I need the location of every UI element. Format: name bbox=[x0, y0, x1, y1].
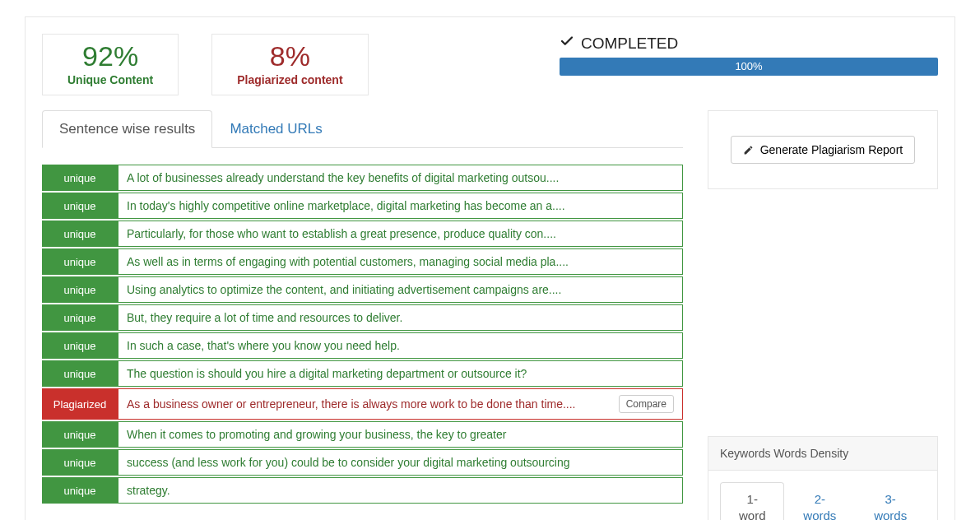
keyword-density-title: Keywords Words Density bbox=[708, 437, 937, 471]
result-row: PlagiarizedAs a business owner or entrep… bbox=[42, 388, 683, 420]
result-row: uniqueIn such a case, that's where you k… bbox=[42, 332, 683, 359]
sentence-text: success (and less work for you) could be… bbox=[127, 456, 569, 469]
compare-button[interactable]: Compare bbox=[619, 395, 674, 413]
sentence-cell: strategy. bbox=[118, 477, 683, 504]
unique-badge: unique bbox=[42, 304, 118, 331]
unique-badge: unique bbox=[42, 421, 118, 448]
sentence-text: strategy. bbox=[127, 484, 170, 497]
density-tab-2words[interactable]: 2-words bbox=[784, 482, 855, 520]
report-card: Generate Plagiarism Report bbox=[708, 110, 938, 189]
generate-report-button[interactable]: Generate Plagiarism Report bbox=[731, 136, 915, 164]
progress-bar: 100% bbox=[560, 58, 938, 76]
unique-stat-box: 92% Unique Content bbox=[42, 34, 179, 95]
unique-badge: unique bbox=[42, 449, 118, 476]
unique-badge: unique bbox=[42, 221, 118, 247]
sentence-cell: A lot of businesses already understand t… bbox=[118, 165, 683, 191]
results-tabs: Sentence wise results Matched URLs bbox=[42, 110, 683, 148]
unique-badge: unique bbox=[42, 360, 118, 387]
unique-badge: unique bbox=[42, 332, 118, 359]
plagiarized-stat-box: 8% Plagiarized content bbox=[211, 34, 368, 95]
result-row: uniqueIn today's highly competitive onli… bbox=[42, 193, 683, 219]
sentence-text: A lot of businesses already understand t… bbox=[127, 171, 559, 184]
tab-sentence-results[interactable]: Sentence wise results bbox=[42, 110, 212, 148]
check-icon bbox=[560, 34, 574, 53]
unique-percent: 92% bbox=[67, 41, 153, 72]
sentence-text: Particularly, for those who want to esta… bbox=[127, 227, 556, 240]
sentence-text: In today's highly competitive online mar… bbox=[127, 199, 565, 212]
keyword-density-card: Keywords Words Density 1-word 2-words 3-… bbox=[708, 436, 938, 520]
unique-badge: unique bbox=[42, 477, 118, 504]
plagiarism-panel: 92% Unique Content 8% Plagiarized conten… bbox=[25, 16, 955, 520]
results-column: Sentence wise results Matched URLs uniqu… bbox=[42, 110, 683, 504]
results-list: uniqueA lot of businesses already unders… bbox=[42, 165, 683, 504]
unique-badge: unique bbox=[42, 276, 118, 303]
result-row: uniqueBut, they require a lot of time an… bbox=[42, 304, 683, 331]
sentence-text: In such a case, that's where you know yo… bbox=[127, 339, 400, 352]
sentence-cell: In such a case, that's where you know yo… bbox=[118, 332, 683, 359]
sidebar-column: Generate Plagiarism Report Keywords Word… bbox=[708, 110, 938, 520]
density-tab-3words[interactable]: 3-words bbox=[855, 482, 926, 520]
sentence-cell: Using analytics to optimize the content,… bbox=[118, 276, 683, 303]
sentence-cell: success (and less work for you) could be… bbox=[118, 449, 683, 476]
sentence-cell: When it comes to promoting and growing y… bbox=[118, 421, 683, 448]
result-row: uniqueWhen it comes to promoting and gro… bbox=[42, 421, 683, 448]
tab-matched-urls[interactable]: Matched URLs bbox=[212, 110, 339, 147]
result-row: uniqueThe question is should you hire a … bbox=[42, 360, 683, 387]
generate-report-label: Generate Plagiarism Report bbox=[760, 143, 903, 156]
sentence-cell: But, they require a lot of time and reso… bbox=[118, 304, 683, 331]
sentence-text: Using analytics to optimize the content,… bbox=[127, 283, 561, 296]
summary-row: 92% Unique Content 8% Plagiarized conten… bbox=[42, 34, 938, 95]
sentence-text: As well as in terms of engaging with pot… bbox=[127, 255, 569, 268]
plagiarized-label: Plagiarized content bbox=[237, 73, 342, 86]
unique-badge: unique bbox=[42, 165, 118, 191]
plagiarized-badge: Plagiarized bbox=[42, 388, 118, 420]
plagiarized-percent: 8% bbox=[237, 41, 342, 72]
result-row: uniqueA lot of businesses already unders… bbox=[42, 165, 683, 191]
result-row: uniqueUsing analytics to optimize the co… bbox=[42, 276, 683, 303]
result-row: uniquesuccess (and less work for you) co… bbox=[42, 449, 683, 476]
unique-badge: unique bbox=[42, 193, 118, 219]
density-tab-1word[interactable]: 1-word bbox=[720, 482, 784, 520]
sentence-cell: In today's highly competitive online mar… bbox=[118, 193, 683, 219]
result-row: uniqueAs well as in terms of engaging wi… bbox=[42, 248, 683, 275]
result-row: uniqueParticularly, for those who want t… bbox=[42, 221, 683, 247]
sentence-text: But, they require a lot of time and reso… bbox=[127, 311, 402, 324]
sentence-text: The question is should you hire a digita… bbox=[127, 367, 527, 380]
sentence-cell: Particularly, for those who want to esta… bbox=[118, 221, 683, 247]
sentence-cell: As a business owner or entrepreneur, the… bbox=[118, 388, 683, 420]
status-column: COMPLETED 100% bbox=[560, 34, 938, 76]
unique-badge: unique bbox=[42, 248, 118, 275]
result-row: uniquestrategy. bbox=[42, 477, 683, 504]
density-tabs: 1-word 2-words 3-words bbox=[720, 482, 926, 520]
sentence-cell: As well as in terms of engaging with pot… bbox=[118, 248, 683, 275]
sentence-text: When it comes to promoting and growing y… bbox=[127, 428, 506, 441]
sentence-text: As a business owner or entrepreneur, the… bbox=[127, 397, 576, 411]
unique-label: Unique Content bbox=[67, 73, 153, 86]
status-text: COMPLETED bbox=[581, 35, 678, 53]
sentence-cell: The question is should you hire a digita… bbox=[118, 360, 683, 387]
